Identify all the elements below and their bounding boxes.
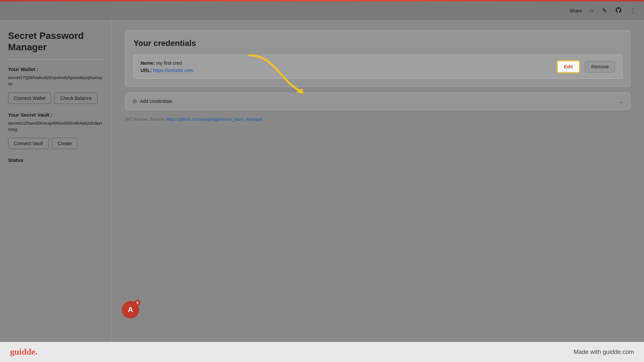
bottom-bar: guidde. Made with guidde.com: [0, 342, 644, 362]
wallet-label: Your Wallet :: [8, 66, 103, 72]
vault-label: Your Secret Vault :: [8, 112, 103, 118]
avatar: A 8: [122, 301, 139, 318]
edit-icon-button[interactable]: ✎: [601, 6, 608, 16]
create-button[interactable]: Create: [52, 138, 77, 149]
credential-url: URL: https://website.com: [141, 68, 552, 73]
credential-name: Name: my first cred: [141, 60, 552, 66]
share-button[interactable]: Share: [570, 8, 582, 13]
share-label: Share: [570, 8, 582, 13]
sidebar-divider: [8, 59, 103, 60]
star-icon: ☆: [589, 7, 594, 14]
status-label: Status: [8, 157, 103, 163]
wallet-address: secret172j5kfvwkudzl2cpxtmdy5pxes8azqfuu…: [8, 75, 103, 87]
edit-button[interactable]: Edit: [557, 61, 579, 73]
app-title: Secret Password Manager: [8, 30, 103, 53]
main-area: Secret Password Manager Your Wallet : se…: [0, 20, 644, 342]
avatar-icon: A: [128, 305, 133, 314]
connect-vault-button[interactable]: Connect Vault: [8, 138, 49, 149]
credentials-card: Your credentials Name: my first cred URL…: [125, 30, 631, 87]
star-button[interactable]: ☆: [587, 6, 595, 16]
pencil-icon: ✎: [602, 7, 607, 14]
made-with-label: Made with guidde.com: [574, 349, 634, 356]
guidde-logo: guidde.: [10, 347, 38, 357]
source-link[interactable]: https://github.com/jeugregg/secret_pass_…: [166, 117, 263, 122]
mit-license: MIT license, Source: https://github.com/…: [125, 117, 631, 122]
vault-address: secret1n2faev50meug48l6sn0h0m6k4ykj2dn9p…: [8, 120, 103, 132]
wallet-btn-row: Connect Wallet Check Balance: [8, 93, 103, 104]
github-icon: [615, 8, 622, 15]
more-icon: ⋮: [630, 7, 636, 14]
header-toolbar: Share ☆ ✎ ⋮: [0, 1, 644, 20]
github-button[interactable]: [614, 5, 623, 16]
url-label: URL:: [141, 68, 152, 73]
vault-btn-row: Connect Vault Create: [8, 138, 103, 149]
avatar-badge: 8: [135, 300, 141, 306]
mit-text: MIT license, Source:: [125, 117, 165, 122]
sidebar: Secret Password Manager Your Wallet : se…: [0, 20, 112, 342]
add-credentials-row[interactable]: ⊕ Add credentials ⌄: [125, 93, 631, 110]
name-value: my first cred: [156, 60, 182, 66]
credential-item: Name: my first cred URL: https://website…: [133, 55, 622, 79]
remove-button[interactable]: Remove: [585, 61, 615, 72]
add-credentials-left: ⊕ Add credentials: [132, 98, 172, 105]
check-balance-button[interactable]: Check Balance: [54, 93, 97, 104]
name-label: Name:: [141, 60, 155, 66]
more-button[interactable]: ⋮: [629, 6, 637, 16]
avatar-area: A 8: [122, 301, 139, 318]
chevron-down-icon: ⌄: [619, 98, 624, 105]
add-circle-icon: ⊕: [132, 98, 137, 105]
credential-info: Name: my first cred URL: https://website…: [141, 60, 552, 73]
add-credentials-label: Add credentials: [140, 99, 172, 104]
content-area: Your credentials Name: my first cred URL…: [112, 20, 644, 342]
connect-wallet-button[interactable]: Connect Wallet: [8, 93, 51, 104]
url-link[interactable]: https://website.com: [153, 68, 193, 73]
credentials-title: Your credentials: [133, 39, 622, 48]
